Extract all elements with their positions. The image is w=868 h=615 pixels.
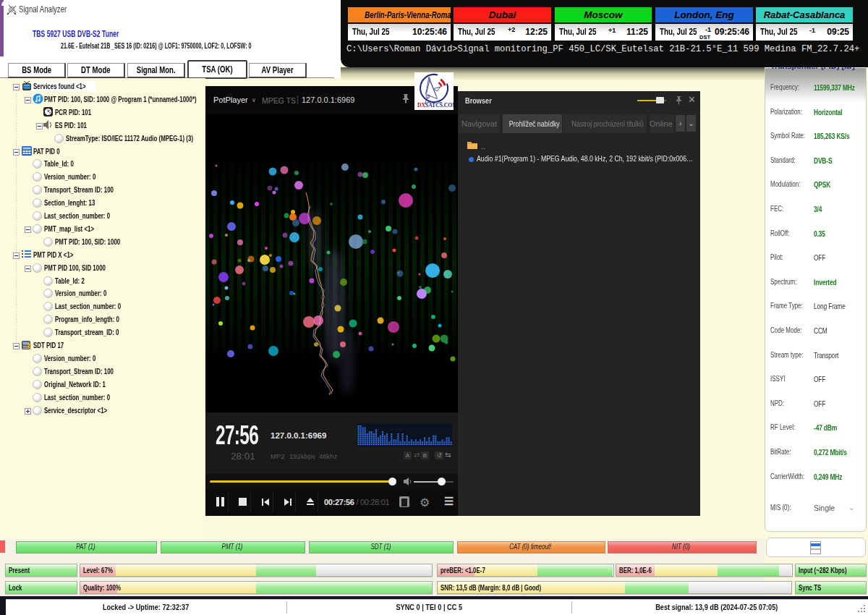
svg-text:DXSATCS.COM: DXSATCS.COM <box>417 102 454 109</box>
